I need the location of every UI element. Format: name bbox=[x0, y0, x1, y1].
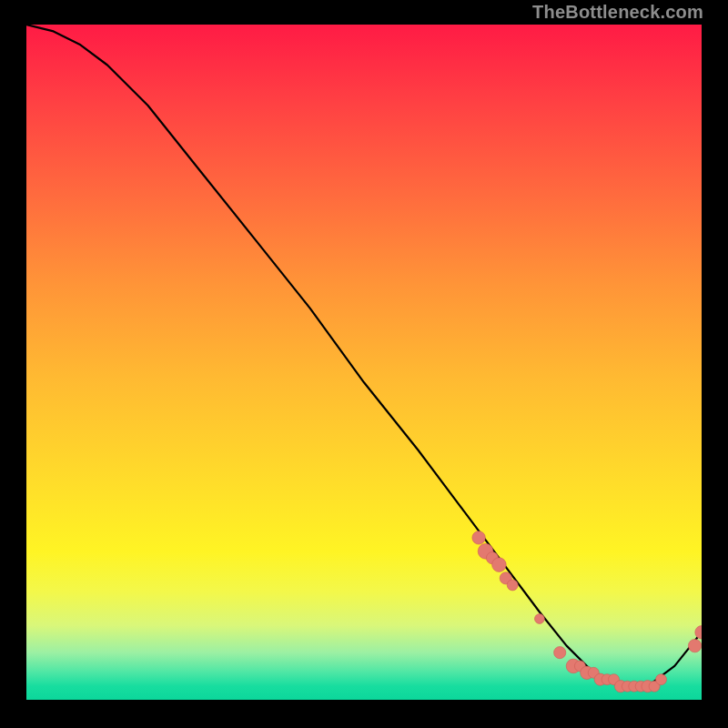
chart-svg bbox=[26, 25, 702, 700]
data-marker bbox=[535, 614, 545, 624]
data-marker bbox=[554, 647, 566, 659]
chart-stage: TheBottleneck.com bbox=[0, 0, 728, 728]
bottleneck-curve bbox=[26, 25, 702, 686]
data-marker bbox=[688, 639, 701, 652]
data-marker bbox=[472, 531, 485, 544]
plot-area bbox=[26, 25, 702, 700]
data-marker bbox=[507, 580, 518, 591]
data-marker bbox=[492, 558, 507, 572]
watermark-label: TheBottleneck.com bbox=[532, 2, 703, 23]
data-markers bbox=[472, 531, 702, 693]
data-marker bbox=[656, 674, 667, 685]
data-marker bbox=[695, 626, 702, 639]
